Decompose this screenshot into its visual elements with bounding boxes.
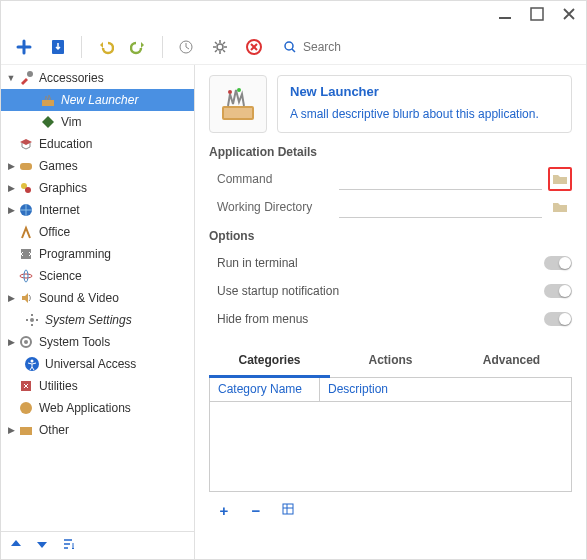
folder-icon — [552, 172, 568, 186]
opt-hide-toggle[interactable] — [544, 312, 572, 326]
save-button[interactable] — [43, 33, 73, 61]
command-label: Command — [209, 172, 339, 186]
tree-item-new-launcher[interactable]: New Launcher — [1, 89, 194, 111]
svg-point-15 — [30, 318, 34, 322]
svg-point-17 — [24, 340, 28, 344]
programming-icon — [17, 245, 35, 263]
sidebar-footer — [1, 531, 194, 559]
col-category-name[interactable]: Category Name — [210, 378, 320, 401]
tree-item-office[interactable]: Office — [1, 221, 194, 243]
launcher-icon — [39, 91, 57, 109]
svg-rect-24 — [224, 108, 252, 118]
col-description[interactable]: Description — [320, 378, 571, 401]
utilities-icon — [17, 377, 35, 395]
toolbar — [1, 29, 586, 65]
tree-item-vim[interactable]: Vim — [1, 111, 194, 133]
titlebar — [1, 1, 586, 29]
svg-point-6 — [285, 42, 293, 50]
svg-point-4 — [217, 44, 223, 50]
opt-startup-toggle[interactable] — [544, 284, 572, 298]
categories-toolbar: + − — [209, 492, 572, 529]
workdir-label: Working Directory — [209, 200, 339, 214]
section-app-details: Application Details — [209, 145, 572, 159]
delete-button[interactable] — [239, 33, 269, 61]
sound-icon — [17, 289, 35, 307]
category-add-button[interactable]: + — [215, 502, 233, 519]
office-icon — [17, 223, 35, 241]
categories-table-header: Category Name Description — [209, 378, 572, 402]
category-tree[interactable]: ▼Accessories New Launcher Vim Education … — [1, 65, 194, 531]
minimize-button[interactable] — [498, 7, 512, 24]
move-down-button[interactable] — [35, 537, 49, 554]
launcher-icon-preview[interactable] — [209, 75, 267, 133]
launcher-blurb[interactable]: A small descriptive blurb about this app… — [290, 107, 559, 121]
tree-item-sound-video[interactable]: ▶Sound & Video — [1, 287, 194, 309]
category-clear-button[interactable] — [279, 502, 297, 519]
redo-button[interactable] — [124, 33, 154, 61]
tree-item-accessories[interactable]: ▼Accessories — [1, 67, 194, 89]
web-apps-icon — [17, 399, 35, 417]
details-panel: New Launcher A small descriptive blurb a… — [195, 65, 586, 559]
graphics-icon — [17, 179, 35, 197]
svg-point-21 — [20, 402, 32, 414]
internet-icon — [17, 201, 35, 219]
svg-point-7 — [27, 71, 33, 77]
games-icon — [17, 157, 35, 175]
system-tools-icon — [17, 333, 35, 351]
search-box[interactable] — [273, 40, 578, 54]
svg-point-25 — [228, 90, 232, 94]
categories-table-body[interactable] — [209, 402, 572, 492]
tab-categories[interactable]: Categories — [209, 345, 330, 378]
workdir-browse-button[interactable] — [548, 195, 572, 219]
svg-point-11 — [25, 187, 31, 193]
detail-tabs: Categories Actions Advanced — [209, 345, 572, 378]
svg-rect-0 — [499, 17, 511, 19]
other-icon — [17, 421, 35, 439]
svg-rect-27 — [283, 504, 293, 514]
opt-startup-label: Use startup notification — [209, 284, 544, 298]
tree-item-graphics[interactable]: ▶Graphics — [1, 177, 194, 199]
svg-rect-1 — [531, 8, 543, 20]
tree-item-other[interactable]: ▶Other — [1, 419, 194, 441]
add-button[interactable] — [9, 33, 39, 61]
move-up-button[interactable] — [9, 537, 23, 554]
execute-button[interactable] — [171, 33, 201, 61]
search-input[interactable] — [303, 40, 383, 54]
tree-item-science[interactable]: Science — [1, 265, 194, 287]
command-input[interactable] — [339, 168, 542, 190]
launcher-info: New Launcher A small descriptive blurb a… — [277, 75, 572, 133]
education-icon — [17, 135, 35, 153]
tools-icon — [17, 69, 35, 87]
tree-item-education[interactable]: Education — [1, 133, 194, 155]
search-icon — [283, 40, 297, 54]
tree-item-web-applications[interactable]: Web Applications — [1, 397, 194, 419]
svg-point-19 — [31, 360, 34, 363]
sort-button[interactable] — [61, 537, 75, 554]
tree-item-system-tools[interactable]: ▶System Tools — [1, 331, 194, 353]
tree-item-games[interactable]: ▶Games — [1, 155, 194, 177]
tree-item-programming[interactable]: Programming — [1, 243, 194, 265]
tree-item-system-settings[interactable]: System Settings — [1, 309, 194, 331]
svg-point-14 — [24, 270, 28, 282]
tree-item-utilities[interactable]: Utilities — [1, 375, 194, 397]
tab-actions[interactable]: Actions — [330, 345, 451, 377]
opt-terminal-toggle[interactable] — [544, 256, 572, 270]
tree-item-internet[interactable]: ▶Internet — [1, 199, 194, 221]
workdir-row: Working Directory — [209, 193, 572, 221]
opt-hide-label: Hide from menus — [209, 312, 544, 326]
sidebar: ▼Accessories New Launcher Vim Education … — [1, 65, 195, 559]
settings-button[interactable] — [205, 33, 235, 61]
category-remove-button[interactable]: − — [247, 502, 265, 519]
launcher-title[interactable]: New Launcher — [290, 84, 559, 99]
tree-item-universal-access[interactable]: Universal Access — [1, 353, 194, 375]
tab-advanced[interactable]: Advanced — [451, 345, 572, 377]
workdir-input[interactable] — [339, 196, 542, 218]
close-button[interactable] — [562, 7, 576, 24]
command-browse-button[interactable] — [548, 167, 572, 191]
vim-icon — [39, 113, 57, 131]
undo-button[interactable] — [90, 33, 120, 61]
svg-point-26 — [237, 88, 241, 92]
opt-terminal-label: Run in terminal — [209, 256, 544, 270]
maximize-button[interactable] — [530, 7, 544, 24]
science-icon — [17, 267, 35, 285]
